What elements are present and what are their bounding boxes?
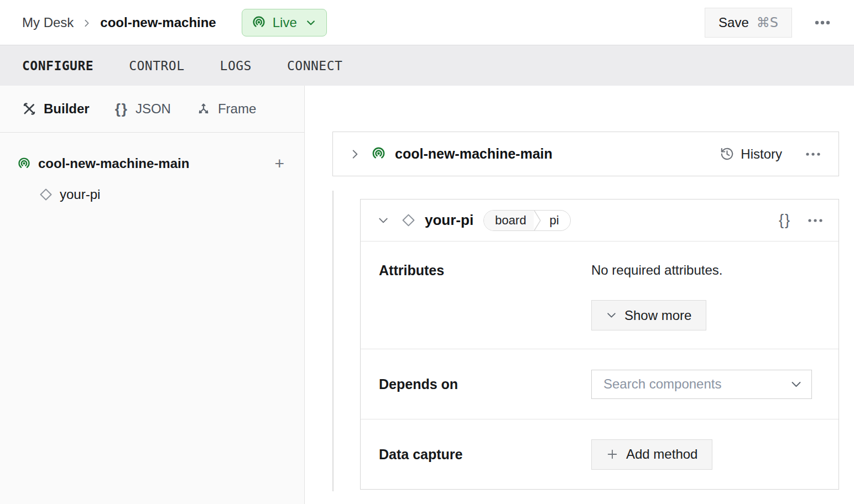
machine-part-card: cool-new-machine-main History — [332, 132, 839, 176]
component-header-actions: {} — [779, 212, 823, 229]
broadcast-icon — [371, 146, 387, 162]
depends-on-section: Depends on — [361, 349, 839, 419]
search-components-input[interactable] — [591, 370, 812, 399]
tab-configure[interactable]: CONFIGURE — [22, 59, 93, 73]
mode-builder-label: Builder — [44, 101, 90, 117]
show-more-button[interactable]: Show more — [591, 300, 706, 330]
content-area: Builder {} JSON Frame — [0, 86, 854, 504]
attributes-empty-text: No required attributes. — [591, 262, 722, 278]
mode-frame[interactable]: Frame — [196, 101, 256, 117]
part-card-title: cool-new-machine-main — [395, 146, 553, 162]
chevron-down-icon — [606, 310, 617, 321]
plus-icon — [606, 448, 618, 460]
machine-config-page: My Desk cool-new-machine Live Save — [0, 0, 854, 504]
braces-icon: {} — [115, 101, 128, 118]
breadcrumb: My Desk cool-new-machine — [22, 15, 216, 30]
tab-logs[interactable]: LOGS — [220, 59, 252, 73]
data-capture-section: Data capture Add method — [361, 419, 839, 489]
save-button-label: Save — [718, 15, 749, 30]
breadcrumb-separator-icon — [82, 19, 91, 28]
chevron-down-icon[interactable] — [378, 215, 389, 226]
chevron-right-icon[interactable] — [350, 149, 361, 160]
depends-on-label: Depends on — [379, 376, 591, 392]
tree-item-component[interactable]: your-pi — [0, 179, 304, 210]
view-mode-switcher: Builder {} JSON Frame — [0, 86, 304, 133]
frame-axes-icon — [196, 102, 211, 116]
breadcrumb-current: cool-new-machine — [100, 15, 216, 30]
component-card: your-pi board pi {} — [360, 199, 839, 490]
add-method-button[interactable]: Add method — [591, 439, 712, 470]
tab-connect[interactable]: CONNECT — [287, 59, 342, 73]
history-icon — [720, 146, 735, 161]
top-header: My Desk cool-new-machine Live Save — [0, 0, 854, 45]
broadcast-icon — [251, 15, 267, 30]
diamond-icon — [39, 187, 53, 202]
attributes-content: No required attributes. Show more — [591, 262, 722, 330]
tree-item-machine-part[interactable]: cool-new-machine-main + — [0, 148, 304, 179]
mode-builder[interactable]: Builder — [22, 101, 90, 117]
component-card-menu-icon[interactable] — [808, 218, 823, 223]
header-actions: Save ⌘S — [705, 8, 834, 38]
tools-icon — [22, 102, 37, 116]
history-button-label: History — [741, 146, 782, 162]
breadcrumb-parent-link[interactable]: My Desk — [22, 15, 74, 30]
attributes-section: Attributes No required attributes. Show … — [361, 242, 839, 349]
broadcast-icon — [17, 156, 32, 171]
diamond-icon — [401, 213, 416, 228]
mode-json[interactable]: {} JSON — [115, 101, 171, 118]
data-capture-label: Data capture — [379, 447, 591, 463]
mode-json-label: JSON — [136, 101, 171, 117]
component-model: pi — [541, 211, 570, 230]
header-overflow-menu-icon[interactable] — [811, 17, 834, 29]
add-method-label: Add method — [626, 447, 697, 462]
mode-frame-label: Frame — [218, 101, 256, 117]
part-card-menu-icon[interactable] — [803, 150, 823, 159]
tab-control[interactable]: CONTROL — [129, 59, 184, 73]
component-card-header: your-pi board pi {} — [361, 200, 839, 242]
config-main-pane: cool-new-machine-main History — [305, 86, 854, 504]
attributes-label: Attributes — [379, 262, 591, 279]
chevron-down-icon — [305, 17, 316, 28]
component-tree: cool-new-machine-main + your-pi — [0, 133, 304, 210]
tree-item-label: cool-new-machine-main — [38, 156, 189, 171]
component-type: board — [484, 211, 534, 230]
machine-status-badge[interactable]: Live — [242, 9, 327, 36]
component-type-badge: board pi — [483, 210, 570, 231]
braces-icon[interactable]: {} — [779, 212, 791, 229]
tree-item-label: your-pi — [60, 187, 100, 202]
component-card-title: your-pi — [425, 212, 473, 229]
save-shortcut-hint: ⌘S — [757, 15, 778, 30]
add-component-button[interactable]: + — [271, 154, 288, 173]
depends-on-select — [591, 370, 812, 399]
tree-connector-line — [332, 191, 334, 491]
history-button[interactable]: History — [720, 146, 782, 162]
machine-status-label: Live — [273, 15, 297, 30]
badge-divider-icon — [534, 211, 541, 230]
show-more-label: Show more — [624, 308, 691, 323]
main-nav-tabs: CONFIGURE CONTROL LOGS CONNECT — [0, 45, 854, 86]
config-sidebar: Builder {} JSON Frame — [0, 86, 305, 504]
save-button[interactable]: Save ⌘S — [705, 8, 792, 38]
